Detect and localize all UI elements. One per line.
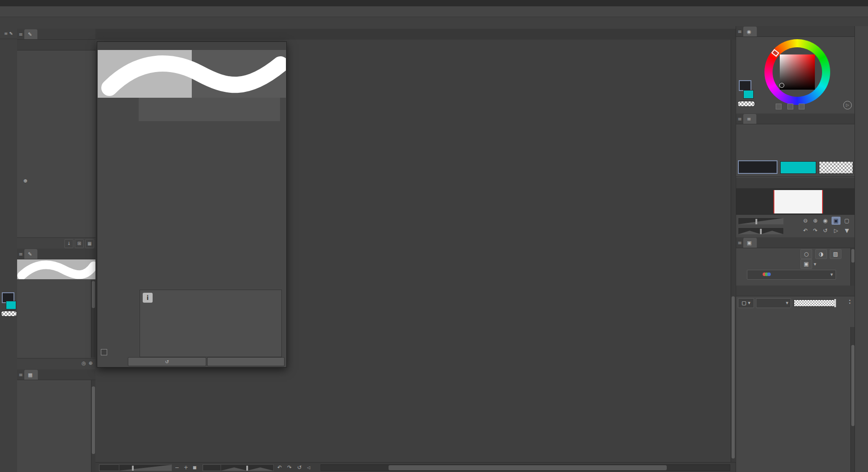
zoom-in-icon[interactable]: + (184, 463, 188, 472)
color-mode-toggle-icon[interactable]: ▷ (843, 101, 852, 109)
flip-view-icon[interactable]: ◁ (307, 463, 310, 472)
transparent-swatch-large[interactable] (819, 161, 853, 174)
pen-icon: ✎ (28, 32, 32, 37)
nav-actual-size-icon[interactable]: ◉ (821, 217, 830, 225)
main-color-swatch-large[interactable] (738, 160, 778, 174)
nav-fit-toggle-icon[interactable]: ▣ (832, 217, 841, 225)
brush-size-scrollbar[interactable] (91, 380, 95, 472)
layer-property-header: ≡▣ (736, 237, 855, 248)
reset-rotation-icon[interactable]: ↺ (297, 463, 302, 472)
duplicate-subtool-icon[interactable]: ⊞ (75, 239, 84, 248)
tool-property-header: ≡✎ (17, 249, 95, 259)
tone-effect-icon[interactable]: ◑ (815, 249, 827, 259)
nav-flip-vertical-icon[interactable]: ▼ (842, 227, 851, 235)
burger-icon[interactable]: ≡ (17, 29, 24, 40)
tool-property-scrollbar[interactable] (91, 280, 95, 358)
nav-zoom-out-icon[interactable]: ⊖ (801, 217, 810, 225)
nav-rotate-ccw-icon[interactable]: ↶ (801, 227, 810, 235)
burger-icon[interactable]: ≡ (4, 31, 8, 36)
sub-color-swatch-large[interactable] (780, 161, 816, 174)
v-chip (799, 104, 805, 109)
transparent-color-swatch[interactable] (1, 311, 17, 317)
opacity-slider[interactable] (794, 300, 836, 307)
pen-mini-icon: ✎ (9, 31, 13, 36)
rotate-ccw-icon[interactable]: ↶ (277, 463, 282, 472)
add-subtool-button[interactable]: ⊕ (17, 176, 102, 186)
dialog-options (97, 121, 286, 287)
burger-icon[interactable]: ≡ (736, 238, 743, 248)
right-icon-strip (854, 26, 868, 472)
sub-color-swatch[interactable] (743, 90, 754, 99)
delete-subtool-icon[interactable]: ▦ (85, 239, 94, 248)
register-all-settings-button[interactable] (207, 357, 285, 366)
nav-flip-horizontal-icon[interactable]: ▷ (832, 227, 841, 235)
zoom-value[interactable] (99, 464, 121, 471)
dialog-stroke-preview (98, 50, 286, 98)
tool-property-footer: ⊕ ◎ (17, 358, 95, 369)
reset-icon: ↺ (165, 359, 169, 364)
layer-toolbar-row2 (736, 318, 855, 326)
border-effect-icon[interactable]: ○ (800, 249, 812, 259)
rotate-cw-icon[interactable]: ↷ (287, 463, 292, 472)
effect-buttons: ○ ◑ ▨ ▣ ▾ (799, 249, 855, 269)
layer-color-icon[interactable]: ▣ (800, 259, 812, 269)
subtool-footer: ▦ ⊞ ↓ (17, 237, 95, 249)
navigator-preview[interactable] (736, 189, 855, 215)
subtool-palette: ≡✎ ⊕ ▦ ⊞ ↓ (17, 29, 96, 249)
transparent-color-swatch[interactable] (737, 101, 755, 107)
nav-zoom-slider[interactable] (738, 218, 784, 225)
burger-icon[interactable]: ≡ (736, 114, 743, 124)
zoom-out-icon[interactable]: − (175, 463, 179, 472)
layer-toolbar-row1 (736, 309, 855, 317)
h-chip (776, 104, 782, 109)
fit-to-screen-icon[interactable]: ■ (193, 463, 197, 472)
plus-icon: ⊕ (23, 178, 27, 183)
import-subtool-icon[interactable]: ↓ (64, 239, 73, 248)
toolbox: ≡ ✎ (0, 29, 18, 472)
opacity-stepper[interactable]: ▴▾ (848, 298, 852, 304)
dialog-title[interactable] (97, 42, 286, 50)
nav-fullscreen-icon[interactable]: ▢ (842, 217, 851, 225)
main-color-swatch[interactable] (739, 80, 751, 91)
rotation-slider[interactable] (221, 464, 274, 471)
zoom-slider[interactable] (119, 464, 172, 471)
reset-all-settings-button[interactable]: ↺ (128, 357, 206, 366)
checkbox[interactable] (101, 349, 107, 355)
blend-mode-dropdown[interactable]: ▾ (756, 298, 791, 308)
titlebar (0, 0, 868, 6)
burger-icon[interactable]: ≡ (736, 27, 743, 37)
rotation-value[interactable] (203, 464, 222, 471)
dialog-info-box: i (140, 290, 282, 357)
canvas-horizontal-scrollbar[interactable] (321, 464, 730, 471)
layer-list (736, 327, 851, 472)
navigator-tabs (736, 178, 855, 189)
wrench-icon[interactable]: ⊕ (89, 360, 93, 366)
canvas-vertical-scrollbar[interactable] (731, 40, 735, 462)
nav-rotate-cw-icon[interactable]: ↷ (811, 227, 820, 235)
burger-icon[interactable]: ≡ (17, 370, 24, 380)
brush-size-grid (17, 380, 95, 472)
clip-studio-paint-window: ≡ ✎ ≡✎ ⊕ ▦ ⊞ ↓ ≡✎ ⊕ (0, 0, 868, 472)
canvas-statusbar: − + ■ ↶ ↷ ↺ ◁ (95, 462, 736, 472)
magnifier-icon[interactable]: ◎ (81, 360, 86, 366)
color-circle-header: ≡◉ (736, 26, 855, 37)
sv-square[interactable] (780, 54, 815, 90)
pen-icon: ✎ (28, 251, 32, 257)
category-display-checkbox[interactable] (101, 349, 107, 355)
palette-color-dropdown[interactable]: ▢ ▾ (738, 298, 754, 308)
chevron-down-icon: ▾ (830, 270, 833, 279)
color-slider-header: ≡≡ (736, 113, 855, 124)
extract-line-icon[interactable]: ▨ (830, 249, 841, 259)
tool-property-palette: ≡✎ ⊕ ◎ (17, 249, 96, 370)
nav-rotation-slider[interactable] (738, 227, 784, 235)
sub-color-swatch[interactable] (6, 301, 16, 309)
hsv-readout (776, 104, 806, 109)
nav-reset-rotation-icon[interactable]: ↺ (821, 227, 830, 235)
sv-marker[interactable] (779, 83, 784, 88)
color-slider-panel: ≡≡ (736, 113, 855, 177)
tool-property-preview (17, 259, 95, 279)
burger-icon[interactable]: ≡ (17, 249, 24, 259)
chevron-down-icon[interactable]: ▾ (814, 261, 817, 267)
expression-color-dropdown[interactable]: ▾ (747, 270, 836, 280)
nav-zoom-in-icon[interactable]: ⊕ (811, 217, 820, 225)
